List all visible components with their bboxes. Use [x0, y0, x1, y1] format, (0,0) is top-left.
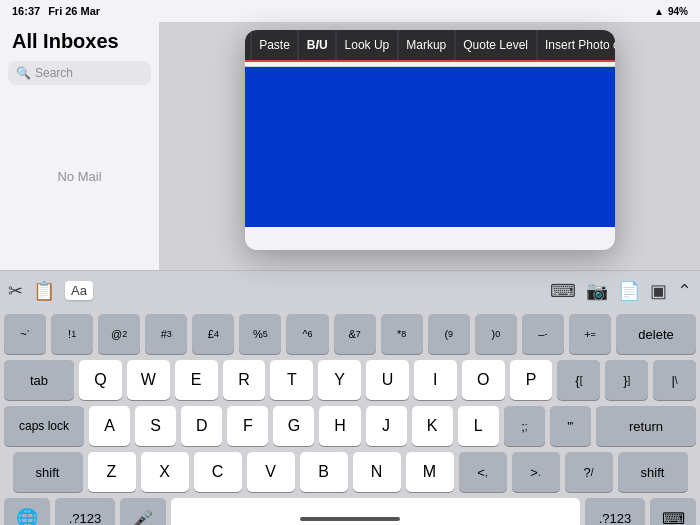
- context-quote-level[interactable]: Quote Level: [455, 30, 537, 60]
- key-period[interactable]: >.: [512, 452, 560, 492]
- clipboard-icon[interactable]: 📋: [33, 280, 55, 302]
- key-asterisk[interactable]: *8: [381, 314, 423, 354]
- key-semicolon[interactable]: ;;: [504, 406, 545, 446]
- key-g[interactable]: G: [273, 406, 314, 446]
- key-lparen[interactable]: (9: [428, 314, 470, 354]
- compose-modal: Cut Copy Paste BIU Look Up Markup Quote …: [245, 30, 615, 250]
- key-dash[interactable]: –-: [522, 314, 564, 354]
- key-q[interactable]: Q: [79, 360, 122, 400]
- key-f[interactable]: F: [227, 406, 268, 446]
- key-s[interactable]: S: [135, 406, 176, 446]
- key-pipe[interactable]: |\: [653, 360, 696, 400]
- key-ampersand[interactable]: &7: [334, 314, 376, 354]
- key-v[interactable]: V: [247, 452, 295, 492]
- date: Fri 26 Mar: [48, 5, 100, 17]
- emoji-key[interactable]: 🌐: [4, 498, 50, 525]
- key-p[interactable]: P: [510, 360, 553, 400]
- key-quote[interactable]: "': [550, 406, 591, 446]
- dismiss-keyboard-key[interactable]: ⌨: [650, 498, 696, 525]
- no-mail-label: No Mail: [0, 89, 159, 204]
- status-bar: 16:37 Fri 26 Mar ▲ 94%: [0, 0, 700, 22]
- mic-key[interactable]: 🎤: [120, 498, 166, 525]
- key-comma[interactable]: <,: [459, 452, 507, 492]
- right-shift-key[interactable]: shift: [618, 452, 688, 492]
- key-t[interactable]: T: [270, 360, 313, 400]
- compose-body[interactable]: [245, 67, 615, 227]
- home-indicator: [300, 517, 400, 521]
- key-row-asdf: caps lock A S D F G H J K L ;; "' return: [4, 406, 696, 446]
- key-w[interactable]: W: [127, 360, 170, 400]
- keyboard: ~` !1 @2 #3 £4 %5 ^6 &7 *8 (9 )0 –- += d…: [0, 310, 700, 525]
- number-switch-left[interactable]: .?123: [55, 498, 115, 525]
- key-n[interactable]: N: [353, 452, 401, 492]
- context-markup[interactable]: Markup: [398, 30, 455, 60]
- key-e[interactable]: E: [175, 360, 218, 400]
- number-switch-right[interactable]: .?123: [585, 498, 645, 525]
- key-r[interactable]: R: [223, 360, 266, 400]
- key-h[interactable]: H: [319, 406, 360, 446]
- key-row-numbers: ~` !1 @2 #3 £4 %5 ^6 &7 *8 (9 )0 –- += d…: [4, 314, 696, 354]
- left-shift-key[interactable]: shift: [13, 452, 83, 492]
- status-bar-right: ▲ 94%: [654, 6, 688, 17]
- scissors-icon[interactable]: ✂: [8, 280, 23, 302]
- context-paste[interactable]: Paste: [251, 30, 299, 60]
- key-rparen[interactable]: )0: [475, 314, 517, 354]
- key-y[interactable]: Y: [318, 360, 361, 400]
- key-u[interactable]: U: [366, 360, 409, 400]
- sidebar-search[interactable]: 🔍 Search: [8, 61, 151, 85]
- key-tilde[interactable]: ~`: [4, 314, 46, 354]
- key-x[interactable]: X: [141, 452, 189, 492]
- key-z[interactable]: Z: [88, 452, 136, 492]
- key-plus[interactable]: +=: [569, 314, 611, 354]
- key-caret[interactable]: ^6: [286, 314, 328, 354]
- delete-key[interactable]: delete: [616, 314, 696, 354]
- sidebar-title: All Inboxes: [0, 22, 159, 57]
- context-insert-photo[interactable]: Insert Photo or Video: [537, 30, 615, 60]
- context-menu-toolbar: Cut Copy Paste BIU Look Up Markup Quote …: [245, 30, 615, 62]
- key-hash[interactable]: #3: [145, 314, 187, 354]
- key-a[interactable]: A: [89, 406, 130, 446]
- key-percent[interactable]: %5: [239, 314, 281, 354]
- key-slash[interactable]: ?/: [565, 452, 613, 492]
- search-placeholder: Search: [35, 66, 73, 80]
- key-rbrace[interactable]: }]: [605, 360, 648, 400]
- key-b[interactable]: B: [300, 452, 348, 492]
- keyboard-area: ✂ 📋 Aa ⌨ 📷 📄 ▣ ⌃ ~` !1 @2 #3 £4 %5 ^6 &7…: [0, 270, 700, 525]
- tab-key[interactable]: tab: [4, 360, 74, 400]
- key-d[interactable]: D: [181, 406, 222, 446]
- caps-lock-key[interactable]: caps lock: [4, 406, 84, 446]
- battery: 94%: [668, 6, 688, 17]
- wifi-icon: ▲: [654, 6, 664, 17]
- modal-overlay: Cut Copy Paste BIU Look Up Markup Quote …: [160, 22, 700, 290]
- key-m[interactable]: M: [406, 452, 454, 492]
- status-bar-left: 16:37 Fri 26 Mar: [12, 5, 100, 17]
- font-size-button[interactable]: Aa: [65, 281, 93, 300]
- key-row-zxcv: shift Z X C V B N M <, >. ?/ shift: [4, 452, 696, 492]
- search-icon: 🔍: [16, 66, 31, 80]
- time: 16:37: [12, 5, 40, 17]
- key-at[interactable]: @2: [98, 314, 140, 354]
- return-key[interactable]: return: [596, 406, 696, 446]
- key-k[interactable]: K: [412, 406, 453, 446]
- key-c[interactable]: C: [194, 452, 242, 492]
- context-look-up[interactable]: Look Up: [337, 30, 399, 60]
- key-o[interactable]: O: [462, 360, 505, 400]
- key-pound[interactable]: £4: [192, 314, 234, 354]
- key-row-qwerty: tab Q W E R T Y U I O P {[ }] |\: [4, 360, 696, 400]
- context-bold-italic-underline[interactable]: BIU: [299, 30, 337, 60]
- key-exclaim[interactable]: !1: [51, 314, 93, 354]
- key-j[interactable]: J: [366, 406, 407, 446]
- key-lbrace[interactable]: {[: [557, 360, 600, 400]
- key-l[interactable]: L: [458, 406, 499, 446]
- keyboard-toolbar-left: ✂ 📋 Aa: [8, 280, 93, 302]
- key-i[interactable]: I: [414, 360, 457, 400]
